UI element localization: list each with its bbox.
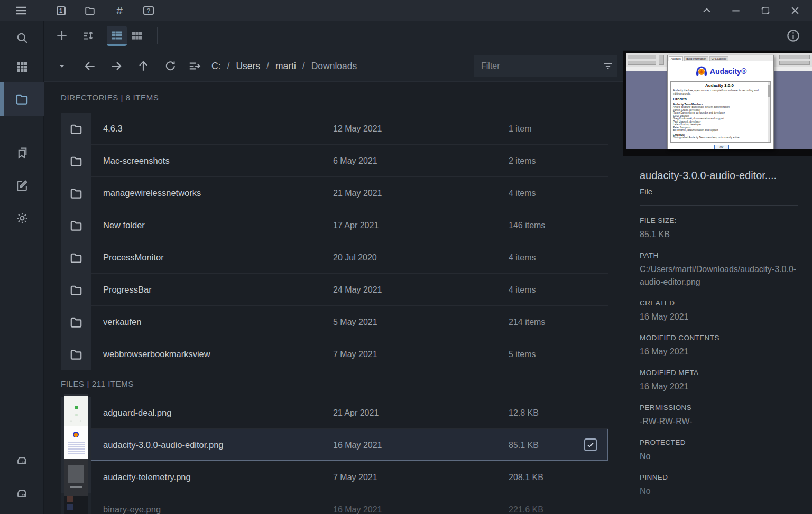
breadcrumb-segment-users[interactable]: Users [236,61,260,72]
sidebar-drive-d[interactable] [0,478,44,508]
table-row-file-selected[interactable]: audacity-3.0.0-audio-editor.png 16 May 2… [61,429,608,461]
apps-grid-icon [16,61,29,73]
search-icon [15,31,29,45]
table-row-directory[interactable]: verkaufen 5 May 2021 214 items [61,306,608,338]
table-row-directory[interactable]: Mac-screenshots 6 May 2021 2 items [61,145,608,177]
directory-rows: 4.6.3 12 May 2021 1 item Mac-screenshots… [61,113,608,370]
file-thumbnail [64,426,88,463]
table-row-directory[interactable]: 4.6.3 12 May 2021 1 item [61,113,608,145]
toolbar [44,21,812,50]
table-row-file[interactable]: binary-eye.png 16 May 2021 221.6 KB [61,493,608,514]
table-row-directory[interactable]: New folder 17 Apr 2021 146 items [61,209,608,241]
preview-audacity-logo: Audacity® [668,61,773,81]
detail-field-protected: PROTECTED No [640,438,798,463]
file-thumbnail-cell [61,397,91,429]
details-file-type: File [640,187,798,196]
filter-box [474,55,617,77]
sort-button[interactable] [78,25,99,46]
folder-icon [61,274,91,306]
file-thumbnail-cell [61,429,91,461]
toolbar-divider [157,27,158,44]
sidebar-apps-grid-button[interactable] [0,52,44,82]
preview-dialog-tabs: Audacity Build Information GPL License [668,55,773,61]
table-row-directory[interactable]: ProgressBar 24 May 2021 4 items [61,274,608,306]
filter-icon[interactable] [598,60,617,72]
detail-field-created: CREATED 16 May 2021 [640,298,798,323]
up-button[interactable] [133,55,154,77]
folder-icon [61,241,91,274]
close-button[interactable] [785,0,806,21]
sidebar-item-bookmarks[interactable] [0,138,44,168]
refresh-button[interactable] [160,55,181,77]
preview-ok-button: OK [714,145,729,149]
details-file-title: audacity-3.0.0-audio-editor.... [640,170,798,182]
table-row-directory[interactable]: webbrowserbookmarksview 7 May 2021 5 ite… [61,338,608,370]
toolbar-divider [774,29,774,43]
files-header: FILES | 211 ITEMS [44,370,623,397]
tab-count: 1 [57,6,66,15]
info-button[interactable] [782,25,804,46]
list-view-button[interactable] [107,26,127,46]
details-divider [640,205,798,206]
folder-icon [61,177,91,209]
gear-icon [15,211,29,225]
minimize-button[interactable] [725,0,746,21]
sidebar-item-settings[interactable] [0,203,44,233]
sidebar-item-files[interactable] [0,82,44,116]
detail-field-path: PATH C:/Users/marti/Downloads/audacity-3… [640,251,798,288]
file-thumbnail-cell [61,461,91,493]
preview-dialog-scrollbar [768,82,770,142]
collapse-chevron-icon[interactable] [696,0,717,21]
tabs-icon[interactable]: 1 [50,0,71,21]
preview-about-text: Audacity 3.0.0 Audacity the free, open s… [670,81,771,143]
titlebar: 1 # ? [0,0,812,21]
details-panel: Audacity Build Information GPL License A… [623,50,812,514]
folder-icon [61,209,91,241]
path-dropdown-button[interactable] [51,55,72,77]
hard-drive-icon [15,453,29,467]
file-manager-window: 1 # ? [0,0,812,514]
preview-audacity-window: Audacity Build Information GPL License A… [626,53,812,149]
grid-view-button[interactable] [127,26,147,46]
detail-field-file-size: FILE SIZE: 85.1 KB [640,216,798,241]
table-row-directory[interactable]: ProcessMonitor 20 Jul 2020 4 items [61,241,608,274]
table-row-file[interactable]: audacity-telemetry.png 7 May 2021 208.1 … [61,461,608,493]
detail-field-modified-meta: MODIFIED META 16 May 2021 [640,368,798,393]
feedback-help-icon[interactable]: ? [138,0,159,21]
sidebar-search-button[interactable] [0,23,44,53]
breadcrumb-segment-marti[interactable]: marti [275,61,296,72]
detail-field-permissions: PERMISSIONS -RW-RW-RW- [640,403,798,428]
bookmarks-icon [15,146,29,160]
table-row-file[interactable]: adguard-deal.png 21 Apr 2021 12.8 KB [61,397,608,429]
folder-icon [61,113,91,145]
directories-header: DIRECTORIES | 8 ITEMS [44,82,623,113]
hash-tag-icon[interactable]: # [109,0,130,21]
forward-button[interactable] [106,55,127,77]
table-row-directory[interactable]: managewirelessnetworks 21 May 2021 4 ite… [61,177,608,209]
filter-input[interactable] [474,61,598,71]
hamburger-menu-icon[interactable] [11,0,32,21]
breadcrumb-segment-downloads[interactable]: Downloads [311,61,357,72]
detail-field-pinned: PINNED No [640,473,798,498]
breadcrumb-segment-drive[interactable]: C: [211,61,221,72]
maximize-restore-button[interactable] [755,0,776,21]
detail-field-modified-contents: MODIFIED CONTENTS 16 May 2021 [640,333,798,358]
list-view-icon [110,29,123,42]
path-options-icon[interactable] [184,55,205,77]
file-thumbnail [64,394,88,431]
file-rows: adguard-deal.png 21 Apr 2021 12.8 KB aud… [61,397,608,514]
grid-view-icon [131,30,143,42]
sidebar-drive-c[interactable] [0,445,44,475]
sidebar [0,21,44,514]
selection-checkbox-checked[interactable] [584,438,597,451]
back-button[interactable] [79,55,100,77]
folder-icon [61,306,91,338]
file-preview-image: Audacity Build Information GPL License A… [623,51,812,156]
edit-square-icon [15,179,29,192]
sidebar-item-editor[interactable] [0,171,44,201]
navigation-bar: C: / Users / marti / Downloads [44,50,623,82]
new-item-button[interactable] [51,25,72,46]
breadcrumb: C: / Users / marti / Downloads [211,50,357,82]
folder-icon [61,145,91,177]
new-window-folder-icon[interactable] [79,0,100,21]
